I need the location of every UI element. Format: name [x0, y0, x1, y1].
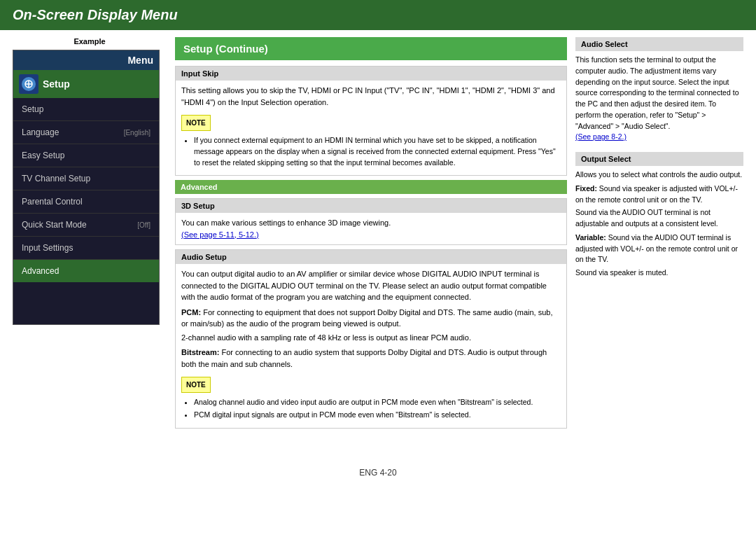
footer-text: ENG 4-20: [359, 468, 396, 478]
fixed-description: Fixed: Sound via speaker is adjusted wit…: [575, 183, 743, 206]
advanced-header-label: Advanced: [181, 183, 218, 191]
sidebar-item-tv-channel[interactable]: TV Channel Setup: [13, 167, 159, 190]
bitstream-description: Bitstream: For connecting to an audio sy…: [181, 347, 561, 370]
input-skip-note-content: If you connect external equipment to an …: [181, 135, 561, 168]
input-skip-section: Input Skip This setting allows you to sk…: [175, 66, 567, 176]
page-footer: ENG 4-20: [0, 454, 756, 492]
variable-description: Variable: Sound via the AUDIO OUT termin…: [575, 232, 743, 265]
sidebar-item-easy-setup[interactable]: Easy Setup: [13, 144, 159, 167]
fixed-text: Sound via speaker is adjusted with VOL+/…: [575, 184, 738, 204]
audio-setup-note-item-2: PCM digital input signals are output in …: [194, 410, 561, 421]
threed-setup-description: You can make various settings to enhance…: [181, 217, 561, 229]
bitstream-label: Bitstream:: [181, 348, 219, 356]
audio-setup-description: You can output digital audio to an AV am…: [181, 268, 561, 303]
menu-top-bar: Menu: [13, 50, 159, 70]
setup-continue-title: Setup (Continue): [183, 43, 268, 55]
audio-select-section: Audio Select This function sets the term…: [575, 37, 743, 146]
page-title: On-Screen Display Menu: [13, 7, 178, 22]
pcm-text: For connecting to equipment that does no…: [181, 308, 553, 328]
audio-setup-note-item-1: Analog channel audio and video input aud…: [194, 397, 561, 408]
menu-mockup: Menu Setup Setup: [13, 50, 160, 325]
variable-label: Variable:: [575, 233, 606, 242]
bitstream-text: For connecting to an audio system that s…: [181, 348, 547, 368]
threed-setup-header: 3D Setup: [176, 199, 566, 213]
fixed-note: Sound via the AUDIO OUT terminal is not …: [575, 207, 743, 230]
audio-setup-content: You can output digital audio to an AV am…: [176, 264, 566, 428]
setup-icon-inner: [22, 77, 36, 91]
threed-setup-section: 3D Setup You can make various settings t…: [175, 198, 567, 245]
sidebar-item-language[interactable]: Language [English]: [13, 121, 159, 144]
sidebar-item-parental[interactable]: Parental Control: [13, 190, 159, 214]
input-skip-header: Input Skip: [176, 67, 566, 81]
output-select-description: Allows you to select what controls the a…: [575, 169, 743, 181]
output-select-header: Output Select: [575, 152, 743, 166]
setup-icon: [19, 74, 38, 94]
example-label: Example: [13, 37, 167, 46]
input-skip-note-item: If you connect external equipment to an …: [194, 135, 561, 168]
main-content: Example Menu Setup: [0, 30, 756, 440]
audio-setup-section: Audio Setup You can output digital audio…: [175, 249, 567, 429]
input-skip-note-label: NOTE: [181, 115, 211, 131]
input-skip-description: This setting allows you to skip the TV, …: [181, 85, 561, 108]
page-header: On-Screen Display Menu: [0, 0, 756, 30]
menu-setup-row: Setup: [13, 70, 159, 98]
sidebar-item-input-settings[interactable]: Input Settings: [13, 237, 159, 260]
sidebar-item-advanced[interactable]: Advanced: [13, 260, 159, 282]
audio-setup-header: Audio Setup: [176, 250, 566, 264]
audio-select-link[interactable]: (See page 8-2.): [575, 132, 626, 141]
variable-note: Sound via speaker is muted.: [575, 268, 743, 279]
pcm-description: PCM: For connecting to equipment that do…: [181, 307, 561, 330]
threed-setup-content: You can make various settings to enhance…: [176, 213, 566, 244]
left-panel: Example Menu Setup: [13, 37, 167, 433]
audio-setup-note-label: NOTE: [181, 377, 211, 393]
input-skip-content: This setting allows you to skip the TV, …: [176, 81, 566, 175]
sidebar-item-quick-start[interactable]: Quick Start Mode [Off]: [13, 214, 159, 237]
threed-setup-link[interactable]: (See page 5-11, 5-12.): [181, 230, 259, 239]
setup-continue-header: Setup (Continue): [175, 37, 567, 60]
advanced-header-bar: Advanced: [175, 180, 567, 194]
output-select-content: Allows you to select what controls the a…: [575, 166, 743, 282]
audio-select-description: This function sets the terminal to outpu…: [575, 55, 743, 132]
menu-top-bar-label: Menu: [127, 55, 153, 66]
fixed-label: Fixed:: [575, 184, 597, 193]
right-panel: Audio Select This function sets the term…: [575, 37, 743, 433]
audio-select-header: Audio Select: [575, 37, 743, 51]
menu-setup-label: Setup: [43, 78, 70, 90]
sidebar-item-setup[interactable]: Setup: [13, 98, 159, 121]
pcm-label: PCM:: [181, 308, 201, 317]
audio-setup-note-content: Analog channel audio and video input aud…: [181, 397, 561, 421]
pcm-note: 2-channel audio with a sampling rate of …: [181, 332, 561, 344]
output-select-section: Output Select Allows you to select what …: [575, 152, 743, 282]
center-panel: Setup (Continue) Input Skip This setting…: [175, 37, 567, 433]
audio-select-content: This function sets the terminal to outpu…: [575, 51, 743, 146]
